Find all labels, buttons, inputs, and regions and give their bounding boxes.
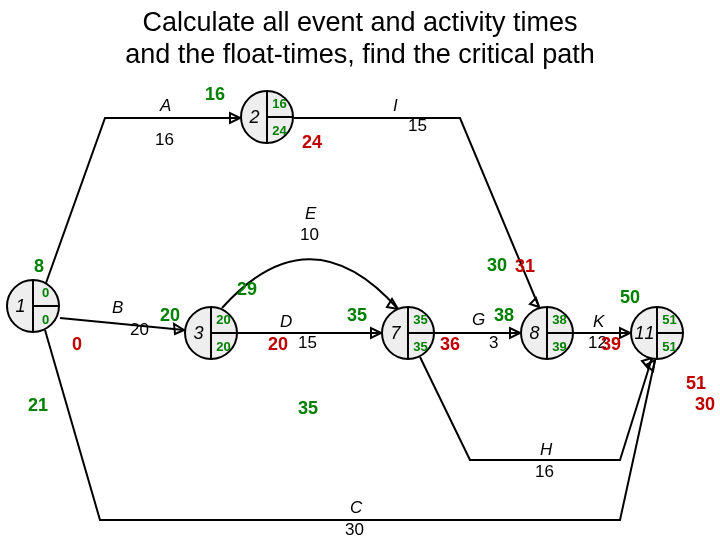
ann-20-red: 20 [268,334,288,355]
node-7: 7 35 35 [381,306,435,360]
node-11-id: 11 [632,308,657,358]
node-1-lt: 0 [33,312,58,327]
ann-39-red: 39 [601,334,621,355]
ann-24-red: 24 [302,132,322,153]
node-8-lt: 39 [547,339,572,354]
node-7-id: 7 [383,308,408,358]
node-8: 8 38 39 [520,306,574,360]
edge-e-dur: 10 [300,225,319,245]
edge-g-label: G [472,310,485,330]
node-7-lt: 35 [408,339,433,354]
node-1-id: 1 [8,281,33,331]
ann-51-red-low: 51 [686,373,706,394]
ann-31-red: 31 [515,256,535,277]
edge-a-dur: 16 [155,130,174,150]
ann-0-red: 0 [72,334,82,355]
ann-8-green: 8 [34,256,44,277]
node-3-id: 3 [186,308,211,358]
ann-30-green: 30 [487,255,507,276]
ann-20-green: 20 [160,305,180,326]
edge-i-dur: 15 [408,116,427,136]
edge-c-label: C [350,498,362,518]
edge-h-label: H [540,440,552,460]
edge-i-label: I [393,96,398,116]
node-3-et: 20 [211,312,236,327]
node-2: 2 16 24 [240,90,294,144]
node-1: 1 0 0 [6,279,60,333]
node-3: 3 20 20 [184,306,238,360]
node-8-et: 38 [547,312,572,327]
edge-b-label: B [112,298,123,318]
node-2-id: 2 [242,92,267,142]
ann-16-green: 16 [205,84,225,105]
edge-d-label: D [280,312,292,332]
edge-h-dur: 16 [535,462,554,482]
edge-e-label: E [305,204,316,224]
node-2-et: 16 [267,96,292,111]
edge-lines [0,0,720,540]
edge-d-dur: 15 [298,333,317,353]
node-11: 11 51 51 [630,306,684,360]
node-3-lt: 20 [211,339,236,354]
ann-29-green: 29 [237,279,257,300]
ann-50-green: 50 [620,287,640,308]
edge-c-dur: 30 [345,520,364,540]
ann-38-green: 38 [494,305,514,326]
node-11-lt: 51 [657,339,682,354]
node-8-id: 8 [522,308,547,358]
ann-30-red: 30 [695,394,715,415]
edge-k-label: K [593,312,604,332]
node-2-lt: 24 [267,123,292,138]
cpm-diagram: 1 0 0 2 16 24 3 20 20 7 35 35 8 38 39 11… [0,0,720,540]
edge-g-dur: 3 [489,333,498,353]
ann-35-green: 35 [347,305,367,326]
ann-36-red: 36 [440,334,460,355]
node-11-et: 51 [657,312,682,327]
node-1-et: 0 [33,285,58,300]
node-7-et: 35 [408,312,433,327]
edge-a-label: A [160,96,171,116]
edge-b-dur: 20 [130,320,149,340]
ann-21-green: 21 [28,395,48,416]
ann-35-green-center: 35 [298,398,318,419]
